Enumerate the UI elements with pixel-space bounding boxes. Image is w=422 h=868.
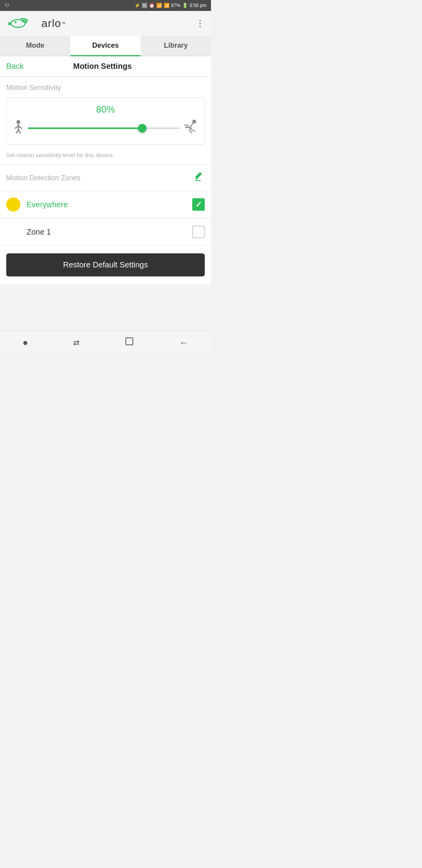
tab-bar: Mode Devices Library [0,36,211,56]
more-options-button[interactable]: ⋮ [195,18,205,29]
sensitivity-hint: Set motion sensitivity level for this de… [0,148,211,165]
sensitivity-value: 80% [13,104,198,115]
zones-header: Motion Detection Zones [0,165,211,191]
battery-icon: 🔋 [182,3,188,8]
nfc-icon: N [142,3,147,8]
zones-label: Motion Detection Zones [6,174,80,182]
zone1-item[interactable]: Zone 1 [0,218,211,245]
square-button[interactable] [122,334,137,352]
everywhere-checkbox[interactable]: ✓ [192,198,205,211]
tab-mode[interactable]: Mode [0,36,70,56]
slider-row [13,120,198,136]
tab-devices[interactable]: Devices [70,36,141,56]
logo-area: arlo™ [6,15,66,32]
sensitivity-slider[interactable] [28,124,180,132]
recent-apps-button[interactable]: ⇄ [70,335,83,350]
edit-zones-button[interactable] [194,171,205,185]
svg-rect-14 [126,338,133,345]
status-bar-right: ⚡ N ⏰ 📶 📶 97% 🔋 3:58 pm [134,3,206,8]
app-header: arlo™ ⋮ [0,11,211,36]
home-button[interactable]: ● [20,334,32,351]
everywhere-dot [6,197,20,212]
trademark-text: ™ [61,21,66,26]
svg-point-1 [15,22,17,23]
wifi-icon: 📶 [156,3,162,8]
shield-icon: 🛡 [5,3,9,8]
battery-text: 97% [171,3,181,8]
arlo-logo-icon [6,15,41,32]
svg-point-0 [11,20,25,27]
signal-icon: 📶 [164,3,170,8]
zone1-label: Zone 1 [27,228,192,237]
alarm-icon: ⏰ [149,3,155,8]
content-spacer [0,284,211,331]
everywhere-label: Everywhere [27,200,192,209]
back-button[interactable]: Back [6,62,23,71]
svg-line-7 [18,130,20,133]
high-sensitivity-icon [184,120,198,136]
tab-library[interactable]: Library [141,36,211,56]
app-name-text: arlo [41,17,61,30]
restore-button-wrap: Restore Default Settings [0,246,211,284]
status-bar: 🛡 ⚡ N ⏰ 📶 📶 97% 🔋 3:58 pm [0,0,211,11]
content-area: Motion Sensitivity 80% [0,77,211,284]
svg-point-8 [192,120,196,124]
zone-everywhere-item[interactable]: Everywhere ✓ [0,191,211,218]
low-sensitivity-icon [13,120,24,136]
bottom-navigation: ● ⇄ ← [0,331,211,353]
bluetooth-icon: ⚡ [134,3,140,8]
zone1-placeholder [6,225,20,239]
back-bar: Back Motion Settings [0,56,211,77]
back-nav-button[interactable]: ← [176,334,191,351]
zone1-checkbox[interactable] [192,226,205,238]
checkmark-icon: ✓ [195,200,202,209]
motion-sensitivity-label: Motion Sensitivity [0,77,211,94]
restore-default-button[interactable]: Restore Default Settings [6,253,205,276]
page-title: Motion Settings [23,62,181,71]
sensitivity-slider-box: 80% [6,97,205,145]
status-bar-left: 🛡 [5,3,9,8]
time-text: 3:58 pm [190,3,206,8]
